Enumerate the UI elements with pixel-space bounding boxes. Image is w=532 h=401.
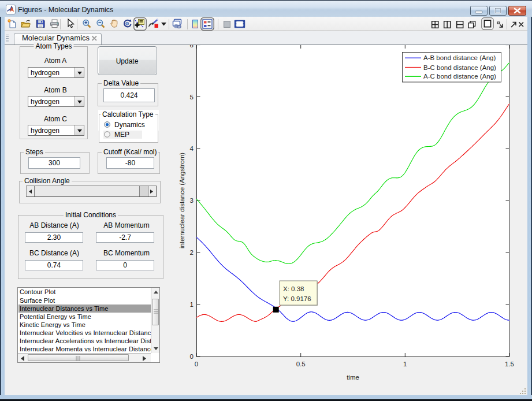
svg-text:6: 6 (190, 45, 194, 49)
svg-text:time: time (347, 374, 359, 381)
svg-text:0.5: 0.5 (296, 361, 306, 367)
svg-text:0: 0 (195, 361, 198, 367)
svg-text:B-C bond distance (Ang): B-C bond distance (Ang) (423, 64, 496, 71)
svg-text:1.5: 1.5 (505, 361, 514, 367)
svg-text:A-C bond distance (Ang): A-C bond distance (Ang) (423, 73, 496, 80)
svg-text:4: 4 (190, 145, 194, 152)
svg-text:0: 0 (190, 353, 194, 360)
svg-text:Y: 0.9176: Y: 0.9176 (283, 295, 311, 302)
svg-text:1: 1 (403, 361, 407, 367)
svg-text:2: 2 (190, 249, 194, 256)
svg-text:X: 0.38: X: 0.38 (283, 285, 304, 292)
svg-text:3: 3 (190, 197, 194, 204)
svg-text:1: 1 (190, 301, 194, 308)
svg-text:5: 5 (190, 94, 194, 101)
svg-text:A-B bond distance (Ang): A-B bond distance (Ang) (423, 54, 496, 61)
svg-text:internuclear distance (Angstro: internuclear distance (Angstrom) (178, 153, 185, 248)
